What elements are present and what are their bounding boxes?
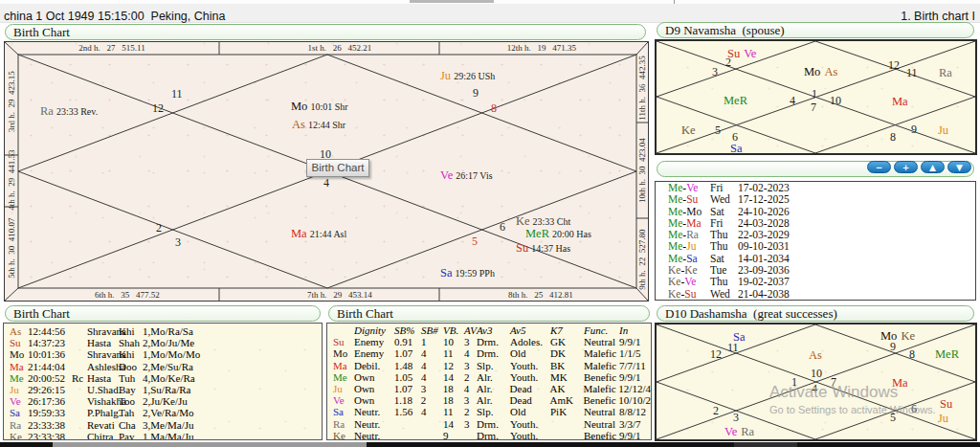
dasha-row[interactable]: Ke-Su Wed 21-04-2038 — [656, 288, 975, 300]
cell-sb-pct: 1.18 — [394, 394, 421, 406]
cell-syllable: Khi — [119, 325, 143, 337]
cell-av5: Youth. — [510, 418, 550, 430]
cropped-taskbar-strip — [0, 442, 980, 447]
cell-av5: Dead — [510, 394, 550, 406]
col-sb-pct: SB% — [394, 324, 421, 336]
table-row[interactable]: Ra Neutr. 14 3 Drm. Youth. Neutral 3/3/7 — [327, 418, 651, 430]
cell-longitude: 26:17:36 — [28, 395, 72, 407]
cell-av3: Slp. — [477, 406, 510, 417]
dasha-weekday: Sat — [710, 253, 738, 264]
table-row[interactable]: Me Own 1.05 4 14 2 Alr. Youth. MK Benefi… — [327, 371, 651, 383]
table-row[interactable]: Ju 29:26:15 U.Shad. Bay 1,Su/Ra/Ra — [4, 384, 322, 395]
nakshatra-table: As 12:44:56 Shravana Khi 1,Mo/Ra/Sa Su 1… — [3, 323, 323, 440]
cell-syllable: Shah — [119, 337, 143, 348]
table-row[interactable]: Sa 19:59:33 P.Phalg. Tah 2,Ve/Ra/Mo — [4, 407, 322, 418]
dasha-weekday: Wed — [710, 288, 738, 300]
dasha-row[interactable]: Me-Su Wed 17-12-2025 — [656, 193, 975, 205]
activate-windows-watermark: Activate Windows — [769, 383, 898, 402]
table-row[interactable]: Ra 23:33:38 Revati Cha 3,Me/Ma/Ju — [4, 419, 322, 431]
cell-planet: Me — [10, 372, 28, 384]
cell-av5: Youth. — [510, 430, 550, 440]
table-row[interactable]: Mo 10:01:36 Shravana Khi 1,Mo/Mo/Mo — [4, 348, 322, 360]
cell-planet: Ke — [333, 430, 354, 440]
cell-sb-pct: 1.05 — [394, 371, 421, 383]
cell-planet: Sa — [333, 406, 354, 417]
planet-moon-ascendant: MoAs — [804, 62, 837, 79]
cell-vb: 14 — [443, 371, 464, 383]
sign-label: 9 — [473, 86, 479, 101]
cusp-label-11th: 11th h. 36 442.35 — [637, 56, 647, 120]
cell-planet: Ma — [10, 361, 28, 372]
table-row[interactable]: Sa Neutr. 1.56 4 11 2 Slp. Old PiK Neutr… — [327, 406, 651, 417]
dasha-row[interactable]: Me-Ma Fri 24-03-2028 — [656, 217, 975, 229]
dasha-expand-button[interactable]: + — [894, 161, 918, 173]
dasha-row[interactable]: Ke-Ke Tue 23-09-2036 — [656, 264, 975, 276]
cell-longitude: 23:33:38 — [28, 431, 72, 440]
cell-planet: Ve — [333, 394, 354, 406]
dasha-up-button[interactable]: ▲ — [921, 161, 945, 173]
cell-k7: MK — [550, 371, 584, 383]
table-row[interactable]: Mo Enemy 1.07 4 11 4 Drm. Old DK Malefic… — [327, 347, 651, 359]
table-row[interactable]: Ve Own 1.18 2 18 3 Alr. Dead AmK Benefic… — [327, 394, 651, 406]
cell-vb: 14 — [443, 418, 464, 430]
sign-label: 11 — [171, 87, 183, 101]
dasha-down-button[interactable]: ▼ — [947, 161, 971, 173]
cell-vb: 11 — [443, 347, 464, 359]
planet-venus: Ve26:17 Vis — [440, 166, 493, 183]
d9-chart[interactable]: SuVe 2 3 MoAs 12 11 Ra MeR 4 1 7 10 Ma K… — [655, 39, 977, 155]
dasha-date: 17-02-2023 — [738, 182, 790, 193]
cell-in: 12/12/4 — [618, 383, 651, 394]
sign-label: 11 — [727, 341, 739, 355]
sign-label: 6 — [500, 220, 505, 235]
planet-sun-venus: SuVe — [727, 44, 756, 61]
cell-pada-lords: 4,Mo/Ke/Ra — [143, 372, 322, 384]
sign-label: 5 — [472, 235, 478, 249]
cell-planet: Ju — [10, 384, 28, 395]
table-row[interactable]: Ke 23:33:38 Chitra Pay 1,Ma/Ma/Ju — [4, 431, 322, 440]
rasi-chart[interactable]: 2nd h. 27 515.11 1st h. 26 452.21 12th h… — [4, 41, 649, 302]
dasha-row[interactable]: Ke-Ve Thu 19-02-2037 — [656, 276, 975, 287]
cell-av5: Youth. — [510, 371, 550, 383]
dasha-row[interactable]: Me-Mo Sat 24-10-2026 — [656, 206, 975, 217]
cell-func: Malefic — [583, 383, 618, 394]
table-row[interactable]: Ve 26:17:36 Vishakha Too 2,Ju/Ke/Ju — [4, 395, 322, 407]
dasha-list[interactable]: Me-Ve Fri 17-02-2023 Me-Su Wed 17-12-202… — [655, 181, 976, 301]
cell-func: Benefic — [584, 371, 619, 383]
dasha-collapse-button[interactable]: − — [867, 161, 891, 173]
cell-retro-flag — [72, 395, 87, 407]
d10-chart[interactable]: Sa 12 11 As 10 MoKe 9 8 MeR 1 4 7 Ma 2 3… — [655, 323, 977, 441]
cell-retro-flag — [72, 384, 87, 395]
dasha-row[interactable]: Me-Sa Sat 14-01-2034 — [656, 253, 975, 264]
table-row[interactable]: Ma Debil. 1.48 4 12 3 Slp. Youth. BK Mal… — [327, 360, 651, 371]
planet-moon: Mo10:01 Shr — [291, 97, 348, 114]
cell-sb-num: 4 — [421, 371, 443, 383]
cusp-label-1st: 1st h. 26 452.21 — [308, 43, 372, 53]
table-row[interactable]: Ju Own 1.07 3 18 4 Alr. Dead AK Malefic … — [327, 383, 651, 394]
cell-pada-lords: 1,Su/Ra/Ra — [143, 384, 322, 395]
dasha-row[interactable]: Me-Ju Thu 09-10-2031 — [656, 240, 975, 252]
cell-av3: Drm. — [477, 430, 510, 440]
dasha-row[interactable]: Me-Ra Thu 22-03-2029 — [656, 229, 975, 240]
dasha-date: 14-01-2034 — [738, 253, 790, 264]
sign-label: 12 — [152, 101, 164, 116]
table-row[interactable]: Ke Neutr. 9 Drm. Youth. Benefic 9/9/1 — [327, 430, 651, 440]
dasha-period: Me-Su — [668, 193, 710, 205]
sign-label: 10 — [811, 367, 822, 381]
dignity-header: Birth Chart — [328, 305, 650, 322]
cell-longitude: 29:26:15 — [28, 384, 72, 395]
title-bar: china 1 Oct 1949 15:15:00 Peking, China … — [0, 4, 980, 23]
dasha-row[interactable]: Me-Ve Fri 17-02-2023 — [656, 182, 975, 193]
cell-retro-flag — [72, 348, 87, 360]
dasha-date: 22-03-2029 — [738, 229, 790, 240]
table-row[interactable]: Su Enemy 0.91 1 10 3 Drm. Adoles. GK Neu… — [327, 336, 651, 347]
dasha-weekday: Thu — [710, 229, 738, 240]
table-row[interactable]: As 12:44:56 Shravana Khi 1,Mo/Ra/Sa — [4, 325, 322, 337]
col-av5: Av5 — [510, 324, 550, 336]
dasha-date: 24-03-2028 — [738, 217, 790, 229]
cell-pada-lords: 2,Mo/Ju/Me — [143, 337, 322, 348]
cusp-label-4th: 4th h. 29 441.53 — [7, 149, 16, 210]
table-row[interactable]: Su 14:37:23 Hasta Shah 2,Mo/Ju/Me — [4, 337, 322, 348]
table-row[interactable]: Ma 21:44:04 Ashlesha Doo 2,Me/Su/Ra — [4, 361, 322, 372]
table-row[interactable]: Me 20:00:52 Rc Hasta Tuh 4,Mo/Ke/Ra — [4, 372, 322, 384]
dasha-date: 23-09-2036 — [738, 264, 790, 276]
